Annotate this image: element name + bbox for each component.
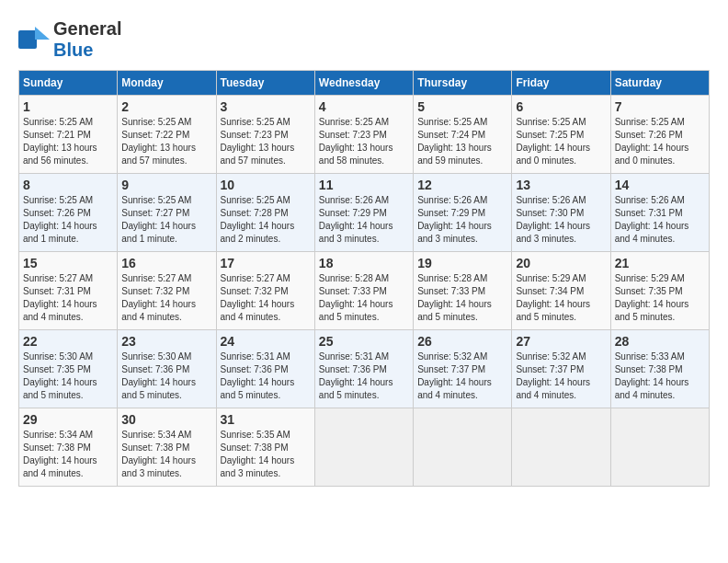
calendar-cell: 11 Sunrise: 5:26 AMSunset: 7:29 PMDaylig… (314, 174, 413, 252)
day-info: Sunrise: 5:29 AMSunset: 7:34 PMDaylight:… (516, 272, 606, 324)
calendar-cell: 22 Sunrise: 5:30 AMSunset: 7:35 PMDaylig… (19, 330, 118, 408)
day-number: 22 (23, 334, 113, 349)
day-info: Sunrise: 5:27 AMSunset: 7:32 PMDaylight:… (121, 272, 211, 324)
calendar-cell (512, 408, 610, 487)
day-info: Sunrise: 5:25 AMSunset: 7:28 PMDaylight:… (221, 194, 311, 246)
day-number: 21 (615, 256, 705, 270)
calendar-cell: 16 Sunrise: 5:27 AMSunset: 7:32 PMDaylig… (118, 252, 216, 330)
calendar-cell: 24 Sunrise: 5:31 AMSunset: 7:36 PMDaylig… (216, 330, 314, 408)
day-info: Sunrise: 5:32 AMSunset: 7:37 PMDaylight:… (417, 350, 507, 402)
weekday-header-friday: Friday (512, 71, 610, 96)
calendar-cell: 9 Sunrise: 5:25 AMSunset: 7:27 PMDayligh… (118, 174, 216, 252)
calendar-cell (610, 408, 709, 487)
calendar-cell (314, 408, 413, 487)
calendar-cell: 13 Sunrise: 5:26 AMSunset: 7:30 PMDaylig… (512, 174, 610, 252)
weekday-header-row: SundayMondayTuesdayWednesdayThursdayFrid… (19, 71, 710, 96)
day-info: Sunrise: 5:28 AMSunset: 7:33 PMDaylight:… (417, 272, 507, 324)
day-number: 4 (319, 99, 409, 114)
weekday-header-saturday: Saturday (610, 71, 709, 96)
day-number: 17 (221, 256, 311, 270)
day-info: Sunrise: 5:32 AMSunset: 7:37 PMDaylight:… (516, 350, 606, 402)
calendar-cell: 20 Sunrise: 5:29 AMSunset: 7:34 PMDaylig… (512, 252, 610, 330)
day-number: 24 (221, 334, 311, 349)
day-number: 7 (615, 99, 705, 114)
calendar-cell (414, 408, 512, 487)
calendar-cell: 17 Sunrise: 5:27 AMSunset: 7:32 PMDaylig… (216, 252, 314, 330)
day-number: 30 (121, 412, 211, 427)
calendar-row-3: 15 Sunrise: 5:27 AMSunset: 7:31 PMDaylig… (19, 252, 710, 330)
day-info: Sunrise: 5:26 AMSunset: 7:29 PMDaylight:… (417, 194, 507, 246)
day-number: 14 (615, 178, 705, 192)
calendar-cell: 30 Sunrise: 5:34 AMSunset: 7:38 PMDaylig… (118, 408, 216, 487)
day-number: 28 (615, 334, 705, 349)
day-number: 26 (417, 334, 507, 349)
calendar-cell: 26 Sunrise: 5:32 AMSunset: 7:37 PMDaylig… (414, 330, 512, 408)
day-number: 8 (23, 178, 113, 192)
weekday-header-wednesday: Wednesday (314, 71, 413, 96)
day-number: 27 (516, 334, 606, 349)
calendar-cell: 31 Sunrise: 5:35 AMSunset: 7:38 PMDaylig… (216, 408, 314, 487)
day-number: 20 (516, 256, 606, 270)
calendar-cell: 14 Sunrise: 5:26 AMSunset: 7:31 PMDaylig… (610, 174, 709, 252)
day-number: 5 (417, 99, 507, 114)
logo-icon (18, 27, 50, 52)
day-info: Sunrise: 5:33 AMSunset: 7:38 PMDaylight:… (615, 350, 705, 402)
weekday-header-monday: Monday (118, 71, 216, 96)
day-info: Sunrise: 5:35 AMSunset: 7:38 PMDaylight:… (221, 429, 311, 480)
day-info: Sunrise: 5:34 AMSunset: 7:38 PMDaylight:… (121, 429, 211, 480)
day-info: Sunrise: 5:25 AMSunset: 7:21 PMDaylight:… (23, 116, 113, 167)
calendar-cell: 2 Sunrise: 5:25 AMSunset: 7:22 PMDayligh… (118, 96, 216, 174)
calendar-cell: 7 Sunrise: 5:25 AMSunset: 7:26 PMDayligh… (610, 96, 709, 174)
day-number: 12 (417, 178, 507, 192)
calendar-cell: 18 Sunrise: 5:28 AMSunset: 7:33 PMDaylig… (314, 252, 413, 330)
day-info: Sunrise: 5:25 AMSunset: 7:27 PMDaylight:… (121, 194, 211, 246)
day-info: Sunrise: 5:31 AMSunset: 7:36 PMDaylight:… (221, 350, 311, 402)
day-number: 6 (516, 99, 606, 114)
day-info: Sunrise: 5:25 AMSunset: 7:26 PMDaylight:… (23, 194, 113, 246)
calendar-cell: 23 Sunrise: 5:30 AMSunset: 7:36 PMDaylig… (118, 330, 216, 408)
calendar-cell: 10 Sunrise: 5:25 AMSunset: 7:28 PMDaylig… (216, 174, 314, 252)
day-info: Sunrise: 5:30 AMSunset: 7:35 PMDaylight:… (23, 350, 113, 402)
calendar-cell: 25 Sunrise: 5:31 AMSunset: 7:36 PMDaylig… (314, 330, 413, 408)
day-info: Sunrise: 5:31 AMSunset: 7:36 PMDaylight:… (319, 350, 409, 402)
day-number: 19 (417, 256, 507, 270)
day-info: Sunrise: 5:34 AMSunset: 7:38 PMDaylight:… (23, 429, 113, 480)
calendar-cell: 27 Sunrise: 5:32 AMSunset: 7:37 PMDaylig… (512, 330, 610, 408)
calendar-cell: 1 Sunrise: 5:25 AMSunset: 7:21 PMDayligh… (19, 96, 118, 174)
page-header: General Blue (18, 18, 710, 61)
day-number: 11 (319, 178, 409, 192)
day-number: 9 (121, 178, 211, 192)
day-info: Sunrise: 5:25 AMSunset: 7:23 PMDaylight:… (319, 116, 409, 167)
logo-blue: Blue (53, 40, 93, 60)
day-number: 18 (319, 256, 409, 270)
day-number: 13 (516, 178, 606, 192)
calendar-cell: 15 Sunrise: 5:27 AMSunset: 7:31 PMDaylig… (19, 252, 118, 330)
calendar-row-5: 29 Sunrise: 5:34 AMSunset: 7:38 PMDaylig… (19, 408, 710, 487)
day-number: 2 (121, 99, 211, 114)
day-info: Sunrise: 5:25 AMSunset: 7:25 PMDaylight:… (516, 116, 606, 167)
calendar-cell: 6 Sunrise: 5:25 AMSunset: 7:25 PMDayligh… (512, 96, 610, 174)
day-info: Sunrise: 5:28 AMSunset: 7:33 PMDaylight:… (319, 272, 409, 324)
day-info: Sunrise: 5:25 AMSunset: 7:23 PMDaylight:… (221, 116, 311, 167)
logo: General Blue (18, 18, 121, 61)
day-number: 1 (23, 99, 113, 114)
day-number: 31 (221, 412, 311, 427)
calendar-table: SundayMondayTuesdayWednesdayThursdayFrid… (18, 70, 710, 487)
calendar-cell: 8 Sunrise: 5:25 AMSunset: 7:26 PMDayligh… (19, 174, 118, 252)
calendar-cell: 5 Sunrise: 5:25 AMSunset: 7:24 PMDayligh… (414, 96, 512, 174)
day-info: Sunrise: 5:25 AMSunset: 7:22 PMDaylight:… (121, 116, 211, 167)
day-info: Sunrise: 5:26 AMSunset: 7:29 PMDaylight:… (319, 194, 409, 246)
calendar-row-4: 22 Sunrise: 5:30 AMSunset: 7:35 PMDaylig… (19, 330, 710, 408)
day-number: 25 (319, 334, 409, 349)
calendar-cell: 4 Sunrise: 5:25 AMSunset: 7:23 PMDayligh… (314, 96, 413, 174)
day-info: Sunrise: 5:29 AMSunset: 7:35 PMDaylight:… (615, 272, 705, 324)
calendar-cell: 29 Sunrise: 5:34 AMSunset: 7:38 PMDaylig… (19, 408, 118, 487)
day-info: Sunrise: 5:25 AMSunset: 7:24 PMDaylight:… (417, 116, 507, 167)
weekday-header-thursday: Thursday (414, 71, 512, 96)
day-number: 15 (23, 256, 113, 270)
day-info: Sunrise: 5:30 AMSunset: 7:36 PMDaylight:… (121, 350, 211, 402)
day-number: 29 (23, 412, 113, 427)
calendar-cell: 28 Sunrise: 5:33 AMSunset: 7:38 PMDaylig… (610, 330, 709, 408)
weekday-header-tuesday: Tuesday (216, 71, 314, 96)
calendar-row-2: 8 Sunrise: 5:25 AMSunset: 7:26 PMDayligh… (19, 174, 710, 252)
